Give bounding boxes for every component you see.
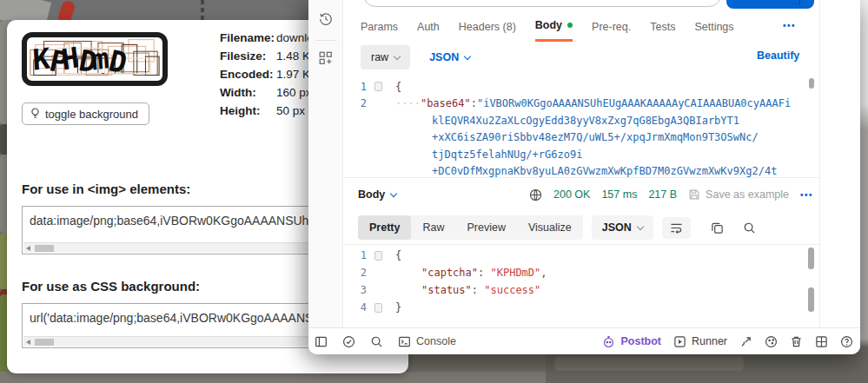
line-number: 1 [344, 249, 374, 261]
url-input[interactable] [363, 0, 721, 7]
fold-marker-icon[interactable] [374, 251, 382, 261]
json-string-value: "iVBORw0KGgoAAAANSUhEUgAAAKAAAAAyCAIAAAB… [477, 97, 791, 109]
tab-settings[interactable]: Settings [694, 11, 733, 42]
sidebar-toggle-button[interactable] [315, 335, 328, 348]
css-data-uri-value: url('data:image/png;base64,iVBORw0KGgoAA… [30, 311, 313, 325]
beautify-link[interactable]: Beautify [757, 50, 799, 62]
tab-visualize[interactable]: Visualize [517, 215, 583, 240]
response-size-badge[interactable]: 217 B [648, 188, 677, 201]
copy-icon[interactable] [711, 221, 724, 234]
code-text: { [387, 81, 401, 93]
fold-marker-icon[interactable] [374, 82, 382, 91]
save-as-example-button[interactable]: Save as example [688, 188, 789, 201]
globe-icon[interactable] [529, 188, 542, 201]
request-scrollbar-thumb[interactable] [809, 78, 814, 89]
hscrollbar-thumb[interactable] [35, 245, 54, 252]
request-more-options-button[interactable]: ••• [783, 21, 796, 30]
background-window-fragment [554, 356, 744, 371]
tab-body[interactable]: Body [535, 11, 573, 42]
json-key: "base64" [421, 97, 471, 109]
json-string-value: "success" [484, 284, 540, 296]
split-layout-icon [815, 335, 828, 348]
background-bottom-right [546, 353, 868, 383]
capture-arrow-icon [739, 335, 752, 348]
file-info-value: 160 px [276, 86, 312, 99]
body-type-select[interactable]: raw [361, 45, 410, 69]
tab-raw[interactable]: Raw [411, 215, 455, 240]
response-time-badge[interactable]: 157 ms [601, 188, 637, 201]
json-string-value: "KPHDmD" [491, 267, 541, 279]
tab-headers[interactable]: Headers (8) [459, 11, 516, 42]
css-usage-heading: For use as CSS background: [22, 279, 200, 294]
cookies-button[interactable] [765, 335, 778, 348]
file-info-value: 1.48 K [276, 50, 310, 63]
code-line: 3 "status": "success" [344, 281, 818, 299]
request-body-editor[interactable]: 1 { 2 ····"base64":"iVBORw0KGgoAAAANSUhE… [344, 78, 818, 180]
img-data-uri-value: data:image/png;base64,iVBORw0KGgoAAAANSU… [30, 214, 308, 228]
send-button[interactable] [726, 0, 814, 9]
fold-marker-icon[interactable] [374, 303, 382, 313]
line-number: 3 [344, 284, 374, 296]
find-button[interactable] [370, 335, 383, 348]
file-info-label: Height: [220, 104, 276, 117]
scroll-left-arrow-icon[interactable] [26, 340, 30, 345]
tab-tests[interactable]: Tests [650, 11, 675, 42]
panels-layout-button[interactable] [815, 335, 828, 348]
search-icon [370, 335, 383, 348]
code-line: tjDqtz5felahNUg/+rG6zo9i [344, 146, 818, 163]
runner-button[interactable]: Runner [673, 335, 727, 348]
tab-preview[interactable]: Preview [455, 215, 516, 240]
response-view-bar: Pretty Raw Preview Visualize JSON [344, 214, 813, 241]
lightbulb-icon [30, 108, 40, 120]
request-tabs: Params Auth Headers (8) Body Pre-req. Te… [361, 11, 734, 42]
code-line: 2 ····"base64":"iVBORw0KGgoAAAANSUhEUgAA… [344, 96, 818, 113]
toggle-background-button[interactable]: toggle background [22, 102, 149, 125]
help-button[interactable] [840, 335, 853, 348]
background-red-shape [56, 0, 76, 20]
trash-icon [790, 335, 803, 348]
window-scrollbar-thumb[interactable] [808, 287, 814, 312]
cookie-icon [765, 335, 778, 348]
hscrollbar-thumb[interactable] [35, 339, 54, 346]
tab-auth[interactable]: Auth [417, 11, 440, 42]
body-type-bar: raw JSON [361, 44, 470, 70]
json-string-value: +xXC6isZA90riSbbv48ezM7Q/uWL5+/xpqJrmXmq… [387, 131, 759, 143]
console-button[interactable]: Console [398, 335, 456, 348]
captcha-noise-graphic: KPHDmD [27, 37, 162, 81]
scroll-left-arrow-icon[interactable] [26, 246, 30, 251]
response-body-viewer[interactable]: 1 { 2 "captcha": "KPHDmD", 3 "status": "… [344, 247, 818, 316]
search-icon[interactable] [743, 221, 756, 234]
postman-footer-bar: Console Postbot Runner [308, 327, 860, 354]
history-icon[interactable] [318, 11, 334, 27]
postbot-icon [602, 335, 615, 348]
capture-requests-button[interactable] [739, 335, 752, 348]
file-info-row: Filesize: 1.48 K [220, 47, 314, 65]
send-split-divider [799, 0, 800, 5]
code-line: +xXC6isZA90riSbbv48ezM7Q/uWL5+/xpqJrmXmq… [344, 129, 818, 147]
rail-divider [315, 40, 336, 41]
background-wedge [0, 0, 51, 20]
code-line: 1 { [344, 78, 818, 96]
runner-label: Runner [692, 335, 727, 347]
status-check-button[interactable] [342, 335, 355, 348]
tab-pre-req[interactable]: Pre-req. [592, 11, 631, 42]
background-left-strip [0, 20, 7, 373]
line-number: 2 [344, 97, 374, 109]
response-more-options-button[interactable]: ••• [800, 190, 813, 200]
json-string-value: +DC0vDfMxgpnaKbv8yuLA0zGVwzmXwKpfBD7M0zG… [387, 165, 777, 177]
response-language-select[interactable]: JSON [592, 215, 653, 240]
wrap-lines-button[interactable] [662, 217, 691, 239]
language-select[interactable]: JSON [429, 51, 470, 63]
collections-grid-icon[interactable] [318, 50, 334, 66]
tab-params[interactable]: Params [361, 11, 398, 42]
captcha-text: KPHDmD [30, 41, 130, 80]
trash-button[interactable] [790, 335, 803, 348]
code-line: klEQVR4Xu2ZaXLcOgyEdd38yyV8xZxg7qG8EbgA3… [344, 112, 818, 129]
response-body-select[interactable]: Body [358, 188, 396, 201]
postbot-button[interactable]: Postbot [602, 335, 661, 348]
indent-dots: ···· [395, 97, 421, 109]
response-scrollbar-thumb[interactable] [808, 248, 814, 269]
tab-pretty[interactable]: Pretty [358, 215, 411, 240]
file-info-value: 50 px [276, 104, 305, 117]
response-status-badge[interactable]: 200 OK [553, 188, 590, 201]
